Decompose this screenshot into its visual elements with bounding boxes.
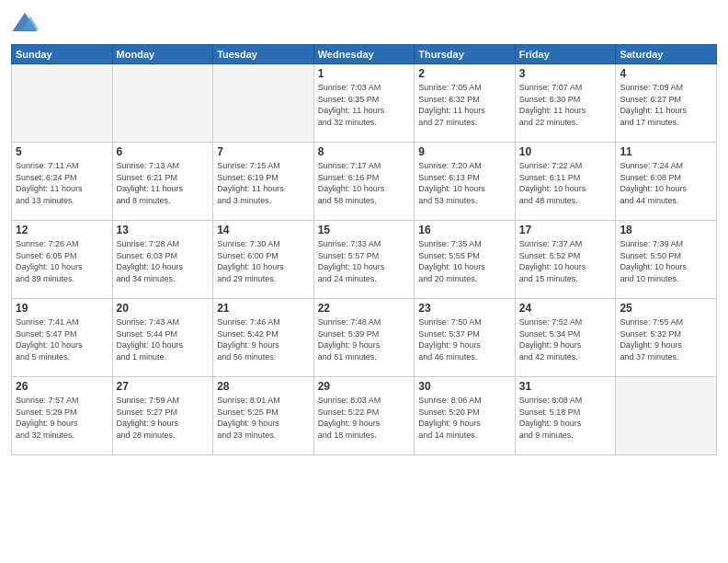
day-info: Sunrise: 7:43 AM Sunset: 5:44 PM Dayligh… <box>117 316 210 362</box>
day-number: 14 <box>217 224 310 236</box>
day-number: 31 <box>519 380 612 393</box>
day-cell: 10Sunrise: 7:22 AM Sunset: 6:11 PM Dayli… <box>515 143 616 221</box>
logo <box>11 9 42 37</box>
day-cell: 30Sunrise: 8:06 AM Sunset: 5:20 PM Dayli… <box>415 377 516 455</box>
day-number: 23 <box>418 302 511 315</box>
day-cell: 18Sunrise: 7:39 AM Sunset: 5:50 PM Dayli… <box>616 221 717 299</box>
day-info: Sunrise: 7:09 AM Sunset: 6:27 PM Dayligh… <box>620 82 712 128</box>
day-cell: 23Sunrise: 7:50 AM Sunset: 5:37 PM Dayli… <box>415 299 516 377</box>
header-tuesday: Tuesday <box>213 45 314 64</box>
day-info: Sunrise: 7:22 AM Sunset: 6:11 PM Dayligh… <box>519 160 612 206</box>
day-number: 6 <box>117 145 210 158</box>
day-info: Sunrise: 7:28 AM Sunset: 6:03 PM Dayligh… <box>117 238 210 284</box>
header-wednesday: Wednesday <box>313 45 415 64</box>
day-cell: 15Sunrise: 7:33 AM Sunset: 5:57 PM Dayli… <box>313 221 415 299</box>
day-cell: 26Sunrise: 7:57 AM Sunset: 5:29 PM Dayli… <box>12 377 113 455</box>
day-info: Sunrise: 7:20 AM Sunset: 6:13 PM Dayligh… <box>418 160 511 206</box>
day-number: 5 <box>16 145 108 158</box>
day-number: 19 <box>16 302 108 315</box>
day-number: 7 <box>217 145 310 158</box>
day-number: 21 <box>217 302 310 315</box>
day-cell: 19Sunrise: 7:41 AM Sunset: 5:47 PM Dayli… <box>12 299 113 377</box>
day-info: Sunrise: 7:30 AM Sunset: 6:00 PM Dayligh… <box>217 238 310 284</box>
day-cell <box>112 64 213 143</box>
day-number: 4 <box>620 67 712 80</box>
day-number: 13 <box>117 224 210 236</box>
day-number: 26 <box>16 380 108 393</box>
day-info: Sunrise: 7:13 AM Sunset: 6:21 PM Dayligh… <box>117 160 210 206</box>
day-cell: 16Sunrise: 7:35 AM Sunset: 5:55 PM Dayli… <box>415 221 516 299</box>
day-info: Sunrise: 7:52 AM Sunset: 5:34 PM Dayligh… <box>519 316 612 362</box>
day-number: 3 <box>519 67 612 80</box>
day-info: Sunrise: 7:57 AM Sunset: 5:29 PM Dayligh… <box>16 395 108 441</box>
day-info: Sunrise: 7:33 AM Sunset: 5:57 PM Dayligh… <box>318 238 411 284</box>
day-number: 12 <box>16 224 108 236</box>
day-info: Sunrise: 7:03 AM Sunset: 6:35 PM Dayligh… <box>318 82 411 128</box>
day-info: Sunrise: 7:35 AM Sunset: 5:55 PM Dayligh… <box>418 238 511 284</box>
day-info: Sunrise: 7:11 AM Sunset: 6:24 PM Dayligh… <box>16 160 108 206</box>
day-info: Sunrise: 8:01 AM Sunset: 5:25 PM Dayligh… <box>217 395 310 441</box>
day-cell: 4Sunrise: 7:09 AM Sunset: 6:27 PM Daylig… <box>616 64 717 143</box>
day-number: 1 <box>318 67 411 80</box>
header <box>11 9 717 37</box>
day-cell: 25Sunrise: 7:55 AM Sunset: 5:32 PM Dayli… <box>616 299 717 377</box>
calendar-table: SundayMondayTuesdayWednesdayThursdayFrid… <box>11 44 717 455</box>
day-cell <box>213 64 314 143</box>
day-number: 15 <box>318 224 411 236</box>
day-cell: 24Sunrise: 7:52 AM Sunset: 5:34 PM Dayli… <box>515 299 616 377</box>
logo-icon <box>11 9 39 37</box>
day-info: Sunrise: 7:48 AM Sunset: 5:39 PM Dayligh… <box>318 316 411 362</box>
day-number: 27 <box>117 380 210 393</box>
day-info: Sunrise: 7:24 AM Sunset: 6:08 PM Dayligh… <box>620 160 712 206</box>
day-cell: 20Sunrise: 7:43 AM Sunset: 5:44 PM Dayli… <box>112 299 213 377</box>
day-info: Sunrise: 7:15 AM Sunset: 6:19 PM Dayligh… <box>217 160 310 206</box>
day-cell: 5Sunrise: 7:11 AM Sunset: 6:24 PM Daylig… <box>12 143 113 221</box>
day-info: Sunrise: 7:59 AM Sunset: 5:27 PM Dayligh… <box>117 395 210 441</box>
day-number: 30 <box>418 380 511 393</box>
week-row-3: 12Sunrise: 7:26 AM Sunset: 6:05 PM Dayli… <box>12 221 717 299</box>
day-cell: 21Sunrise: 7:46 AM Sunset: 5:42 PM Dayli… <box>213 299 314 377</box>
day-cell <box>616 377 717 455</box>
day-info: Sunrise: 7:46 AM Sunset: 5:42 PM Dayligh… <box>217 316 310 362</box>
day-cell: 7Sunrise: 7:15 AM Sunset: 6:19 PM Daylig… <box>213 143 314 221</box>
day-number: 22 <box>318 302 411 315</box>
calendar-header-row: SundayMondayTuesdayWednesdayThursdayFrid… <box>12 45 717 64</box>
day-cell: 17Sunrise: 7:37 AM Sunset: 5:52 PM Dayli… <box>515 221 616 299</box>
day-info: Sunrise: 7:39 AM Sunset: 5:50 PM Dayligh… <box>620 238 712 284</box>
day-cell: 27Sunrise: 7:59 AM Sunset: 5:27 PM Dayli… <box>112 377 213 455</box>
day-number: 29 <box>318 380 411 393</box>
day-cell: 12Sunrise: 7:26 AM Sunset: 6:05 PM Dayli… <box>12 221 113 299</box>
day-info: Sunrise: 7:07 AM Sunset: 6:30 PM Dayligh… <box>519 82 612 128</box>
header-sunday: Sunday <box>12 45 113 64</box>
day-number: 8 <box>318 145 411 158</box>
day-number: 9 <box>418 145 511 158</box>
day-number: 11 <box>620 145 712 158</box>
day-number: 16 <box>418 224 511 236</box>
day-cell: 3Sunrise: 7:07 AM Sunset: 6:30 PM Daylig… <box>515 64 616 143</box>
day-info: Sunrise: 7:37 AM Sunset: 5:52 PM Dayligh… <box>519 238 612 284</box>
day-cell: 8Sunrise: 7:17 AM Sunset: 6:16 PM Daylig… <box>313 143 415 221</box>
day-cell: 2Sunrise: 7:05 AM Sunset: 6:32 PM Daylig… <box>415 64 516 143</box>
day-info: Sunrise: 8:08 AM Sunset: 5:18 PM Dayligh… <box>519 395 612 441</box>
day-cell: 11Sunrise: 7:24 AM Sunset: 6:08 PM Dayli… <box>616 143 717 221</box>
header-monday: Monday <box>112 45 213 64</box>
week-row-5: 26Sunrise: 7:57 AM Sunset: 5:29 PM Dayli… <box>12 377 717 455</box>
day-info: Sunrise: 7:55 AM Sunset: 5:32 PM Dayligh… <box>620 316 712 362</box>
day-number: 2 <box>418 67 511 80</box>
day-cell <box>12 64 113 143</box>
header-thursday: Thursday <box>415 45 516 64</box>
day-info: Sunrise: 7:26 AM Sunset: 6:05 PM Dayligh… <box>16 238 108 284</box>
day-info: Sunrise: 8:06 AM Sunset: 5:20 PM Dayligh… <box>418 395 511 441</box>
day-info: Sunrise: 7:17 AM Sunset: 6:16 PM Dayligh… <box>318 160 411 206</box>
day-number: 10 <box>519 145 612 158</box>
day-cell: 1Sunrise: 7:03 AM Sunset: 6:35 PM Daylig… <box>313 64 415 143</box>
day-info: Sunrise: 8:03 AM Sunset: 5:22 PM Dayligh… <box>318 395 411 441</box>
calendar-page: SundayMondayTuesdayWednesdayThursdayFrid… <box>0 0 728 563</box>
day-number: 28 <box>217 380 310 393</box>
day-info: Sunrise: 7:05 AM Sunset: 6:32 PM Dayligh… <box>418 82 511 128</box>
day-cell: 9Sunrise: 7:20 AM Sunset: 6:13 PM Daylig… <box>415 143 516 221</box>
day-cell: 22Sunrise: 7:48 AM Sunset: 5:39 PM Dayli… <box>313 299 415 377</box>
day-cell: 29Sunrise: 8:03 AM Sunset: 5:22 PM Dayli… <box>313 377 415 455</box>
day-number: 20 <box>117 302 210 315</box>
day-info: Sunrise: 7:41 AM Sunset: 5:47 PM Dayligh… <box>16 316 108 362</box>
